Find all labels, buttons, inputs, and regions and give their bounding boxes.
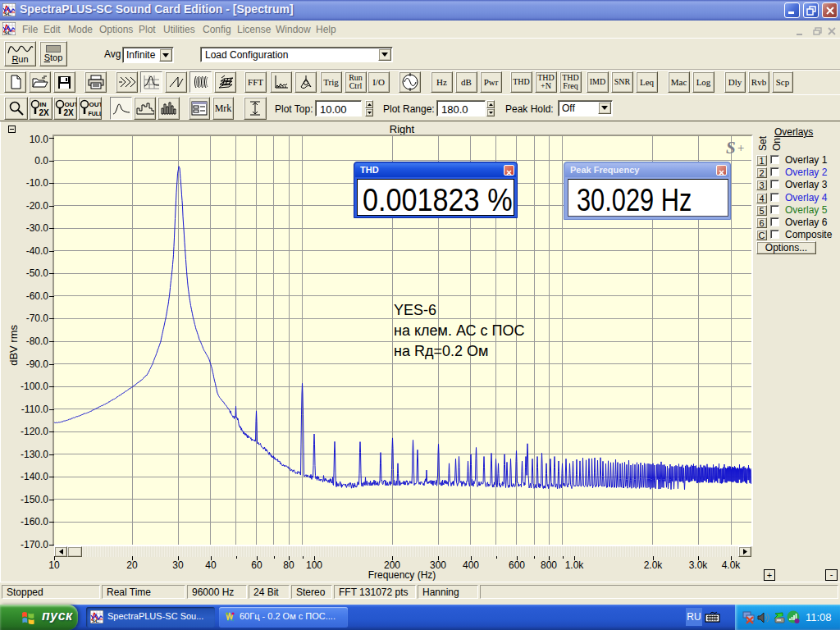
svg-text:2X: 2X: [39, 108, 50, 117]
svg-text:SC: SC: [4, 11, 11, 16]
svg-text:+: +: [737, 141, 745, 154]
svg-text:IN: IN: [40, 101, 47, 108]
svg-text:SC: SC: [4, 30, 11, 35]
svg-text:OUT: OUT: [89, 101, 102, 108]
svg-text:SC: SC: [92, 618, 99, 623]
svg-text:2X: 2X: [64, 108, 75, 117]
svg-text:OUT: OUT: [65, 101, 77, 108]
svg-text:FULL: FULL: [89, 111, 102, 116]
svg-text:S: S: [726, 138, 736, 158]
